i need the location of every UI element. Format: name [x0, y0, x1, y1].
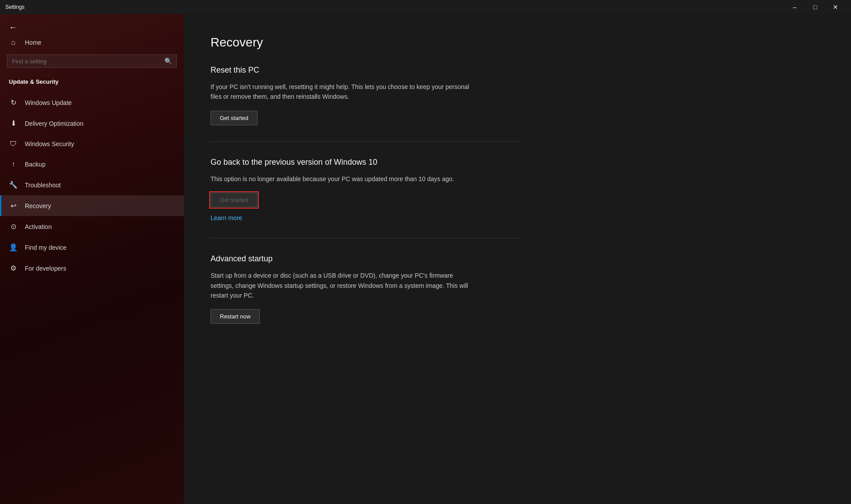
for-developers-icon: ⚙ [9, 264, 18, 272]
search-box[interactable]: 🔍 [7, 54, 177, 68]
advanced-startup-description: Start up from a device or disc (such as … [211, 271, 476, 300]
back-arrow-icon: ← [9, 23, 17, 32]
content-area: Recovery Reset this PCIf your PC isn't r… [184, 14, 851, 504]
recovery-icon: ↩ [9, 202, 18, 210]
page-title: Recovery [211, 35, 824, 50]
divider-go-back [211, 141, 521, 142]
sidebar-item-backup[interactable]: ↑ Backup [0, 154, 184, 174]
sidebar: ← ⌂ Home 🔍 Update & Security ↻ Windows U… [0, 14, 184, 504]
sidebar-item-find-my-device[interactable]: 👤 Find my device [0, 237, 184, 258]
section-advanced-startup: Advanced startupStart up from a device o… [211, 254, 824, 324]
sidebar-item-recovery[interactable]: ↩ Recovery [0, 195, 184, 216]
windows-update-label: Windows Update [25, 99, 72, 106]
titlebar-title: Settings [5, 4, 24, 10]
delivery-optimization-icon: ⬇ [9, 119, 18, 128]
sidebar-item-troubleshoot[interactable]: 🔧 Troubleshoot [0, 174, 184, 195]
sidebar-item-delivery-optimization[interactable]: ⬇ Delivery Optimization [0, 113, 184, 134]
windows-security-label: Windows Security [25, 140, 74, 147]
find-my-device-label: Find my device [25, 244, 66, 251]
minimize-button[interactable]: – [785, 0, 805, 14]
windows-security-icon: 🛡 [9, 140, 18, 148]
home-label: Home [25, 39, 41, 46]
activation-icon: ⊙ [9, 222, 18, 231]
titlebar-controls: – □ ✕ [785, 0, 846, 14]
app-body: ← ⌂ Home 🔍 Update & Security ↻ Windows U… [0, 14, 851, 504]
reset-pc-button[interactable]: Get started [211, 111, 258, 125]
delivery-optimization-label: Delivery Optimization [25, 120, 83, 127]
section-go-back: Go back to the previous version of Windo… [211, 158, 824, 222]
close-button[interactable]: ✕ [825, 0, 846, 14]
sidebar-item-windows-update[interactable]: ↻ Windows Update [0, 92, 184, 113]
sections-container: Reset this PCIf your PC isn't running we… [211, 66, 824, 324]
section-reset-pc: Reset this PCIf your PC isn't running we… [211, 66, 824, 125]
recovery-label: Recovery [25, 202, 51, 209]
troubleshoot-label: Troubleshoot [25, 182, 61, 189]
activation-label: Activation [25, 223, 52, 230]
sidebar-section-title: Update & Security [0, 78, 184, 92]
titlebar-left: Settings [5, 4, 24, 10]
reset-pc-description: If your PC isn't running well, resetting… [211, 82, 476, 102]
advanced-startup-title: Advanced startup [211, 254, 824, 264]
sidebar-item-home[interactable]: ⌂ Home [0, 37, 184, 54]
go-back-title: Go back to the previous version of Windo… [211, 158, 824, 167]
sidebar-item-for-developers[interactable]: ⚙ For developers [0, 258, 184, 279]
find-my-device-icon: 👤 [9, 243, 18, 252]
troubleshoot-icon: 🔧 [9, 181, 18, 189]
back-nav[interactable]: ← [0, 14, 184, 37]
maximize-button[interactable]: □ [805, 0, 825, 14]
windows-update-icon: ↻ [9, 98, 18, 107]
go-back-learn-more-link[interactable]: Learn more [211, 214, 242, 221]
search-icon: 🔍 [164, 58, 172, 65]
advanced-startup-button[interactable]: Restart now [211, 309, 260, 324]
divider-advanced-startup [211, 238, 521, 238]
search-input[interactable] [12, 58, 164, 65]
nav-items-container: ↻ Windows Update ⬇ Delivery Optimization… [0, 92, 184, 279]
sidebar-item-activation[interactable]: ⊙ Activation [0, 216, 184, 237]
backup-label: Backup [25, 161, 46, 168]
reset-pc-title: Reset this PC [211, 66, 824, 75]
go-back-button[interactable]: Get started [211, 193, 258, 207]
for-developers-label: For developers [25, 265, 66, 272]
sidebar-item-windows-security[interactable]: 🛡 Windows Security [0, 134, 184, 154]
go-back-description: This option is no longer available becau… [211, 174, 476, 184]
backup-icon: ↑ [9, 160, 18, 168]
titlebar: Settings – □ ✕ [0, 0, 851, 14]
home-icon: ⌂ [9, 39, 18, 47]
